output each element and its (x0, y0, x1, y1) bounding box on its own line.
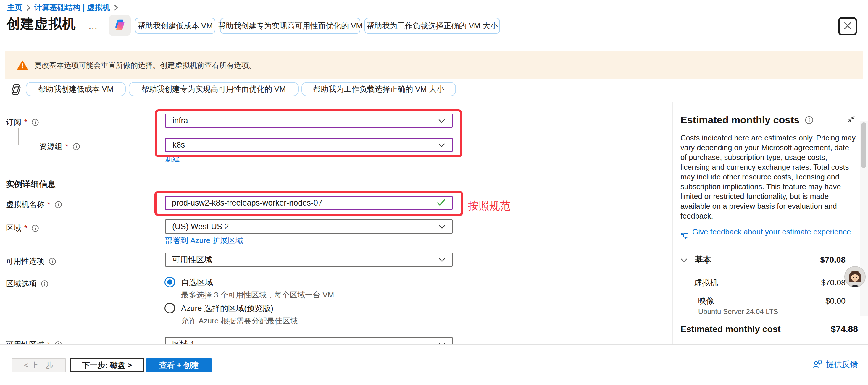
radio-unselected[interactable] (164, 303, 175, 314)
chevron-down-icon (438, 222, 445, 231)
info-icon[interactable] (41, 280, 49, 288)
warning-text: 更改基本选项可能会重置所做的选择。创建虚拟机前查看所有选项。 (34, 60, 256, 70)
footer-bar: < 上一步 下一步: 磁盘 > 查看 + 创建 提供反馈 (0, 344, 868, 385)
field-connector-line (18, 128, 38, 146)
close-icon (843, 21, 852, 32)
copilot-suggestion-high-availability[interactable]: 帮助我创建专为实现高可用性而优化的 VM (220, 18, 360, 34)
create-vm-page: 主页 计算基础结构 | 虚拟机 创建虚拟机 … 帮助我创建低成本 VM 帮助我创… (0, 0, 868, 385)
page-title: 创建虚拟机 (6, 15, 76, 33)
collapse-panel-icon[interactable] (847, 115, 856, 125)
info-icon[interactable] (55, 201, 62, 208)
info-icon[interactable] (49, 258, 56, 265)
copilot-button[interactable] (109, 15, 131, 36)
info-icon[interactable] (31, 119, 39, 126)
radio-selected[interactable] (164, 277, 175, 287)
breadcrumb-home[interactable]: 主页 (7, 2, 23, 13)
section-instance-details: 实例详细信息 (6, 179, 56, 190)
zone-option-azure-select: Azure 选择的区域(预览版) 允许 Azure 根据需要分配最佳区域 (164, 303, 298, 326)
radio-label[interactable]: Azure 选择的区域(预览版) (181, 303, 298, 314)
suggestion-vm-size[interactable]: 帮助我为工作负载选择正确的 VM 大小 (302, 82, 456, 96)
radio-description: 允许 Azure 根据需要分配最佳区域 (181, 316, 298, 326)
cost-value: $70.08 (820, 255, 845, 265)
copilot-outline-icon (9, 84, 23, 97)
region-label: 区域* (6, 223, 39, 233)
chevron-down-icon (438, 140, 445, 150)
suggestion-low-cost[interactable]: 帮助我创建低成本 VM (26, 82, 126, 96)
availability-options-label: 可用性选项 (6, 256, 56, 266)
cost-value: $70.08 (821, 278, 845, 287)
estimate-feedback-link[interactable]: Give feedback about your estimate experi… (680, 227, 852, 240)
availability-options-dropdown[interactable]: 可用性区域 (165, 253, 453, 267)
close-button[interactable] (838, 17, 857, 35)
more-options-button[interactable]: … (88, 21, 98, 32)
copilot-icon (113, 18, 127, 33)
cost-item-image-sub: Ubuntu Server 24.04 LTS (698, 308, 778, 316)
previous-button[interactable]: < 上一步 (12, 358, 66, 372)
vm-name-label: 虚拟机名称* (6, 199, 62, 210)
chevron-down-icon (438, 255, 445, 264)
suggestion-high-availability[interactable]: 帮助我创建专为实现高可用性而优化的 VM (129, 82, 299, 96)
cost-total-value: $74.88 (831, 324, 858, 334)
breadcrumb: 主页 计算基础结构 | 虚拟机 (7, 2, 118, 13)
cost-item-vm: 虚拟机 $70.08 (680, 277, 845, 288)
warning-banner: 更改基本选项可能会重置所做的选择。创建虚拟机前查看所有选项。 (5, 51, 863, 79)
valid-check-icon (436, 199, 446, 207)
scrollbar-thumb[interactable] (861, 122, 866, 168)
cost-panel-title: Estimated monthly costs (680, 114, 799, 126)
chevron-right-icon (114, 4, 118, 11)
radio-description: 最多选择 3 个可用性区域，每个区域一台 VM (181, 290, 334, 300)
person-feedback-icon (812, 360, 823, 369)
avatar[interactable] (844, 266, 866, 288)
zone-option-self-select: 自选区域 最多选择 3 个可用性区域，每个区域一台 VM (164, 277, 334, 300)
resource-group-dropdown[interactable]: k8s (165, 138, 453, 152)
resource-group-label: 资源组* (39, 141, 80, 152)
vm-name-field (165, 196, 453, 210)
info-icon[interactable] (72, 143, 80, 151)
cost-group-basic[interactable]: 基本 $70.08 (680, 254, 845, 265)
subscription-label: 订阅* (6, 117, 39, 127)
region-dropdown[interactable]: (US) West US 2 (165, 219, 453, 234)
copilot-suggestion-low-cost[interactable]: 帮助我创建低成本 VM (135, 18, 215, 34)
divider (672, 318, 868, 318)
breadcrumb-virtual-machines[interactable]: 计算基础结构 | 虚拟机 (34, 2, 110, 13)
review-create-button[interactable]: 查看 + 创建 (147, 358, 212, 372)
cost-item-image: 映像 $0.00 (680, 296, 845, 306)
annotation-note: 按照规范 (468, 199, 510, 213)
warning-icon (17, 60, 28, 70)
chevron-down-icon (438, 116, 445, 125)
chevron-right-icon (26, 4, 31, 11)
chevron-down-icon (680, 255, 687, 265)
feedback-link[interactable]: 提供反馈 (812, 359, 858, 370)
next-disks-button[interactable]: 下一步: 磁盘 > (70, 358, 144, 372)
deploy-extended-zone-link[interactable]: 部署到 Azure 扩展区域 (165, 235, 243, 246)
zone-options-label: 区域选项 (6, 279, 49, 289)
cost-disclaimer: Costs indicated here are estimates only.… (680, 133, 856, 221)
info-icon[interactable] (31, 224, 39, 232)
cost-value: $0.00 (826, 297, 845, 306)
info-icon[interactable] (805, 116, 813, 125)
vm-name-input[interactable] (172, 198, 436, 207)
cost-total-row: Estimated monthly cost $74.88 (680, 324, 858, 334)
feedback-bubble-icon (680, 231, 689, 240)
subscription-dropdown[interactable]: infra (165, 114, 453, 128)
panel-divider (672, 102, 673, 344)
copilot-suggestion-vm-size[interactable]: 帮助我为工作负载选择正确的 VM 大小 (365, 18, 500, 34)
radio-label[interactable]: 自选区域 (181, 277, 334, 288)
create-new-resource-group-link[interactable]: 新建 (165, 154, 180, 163)
